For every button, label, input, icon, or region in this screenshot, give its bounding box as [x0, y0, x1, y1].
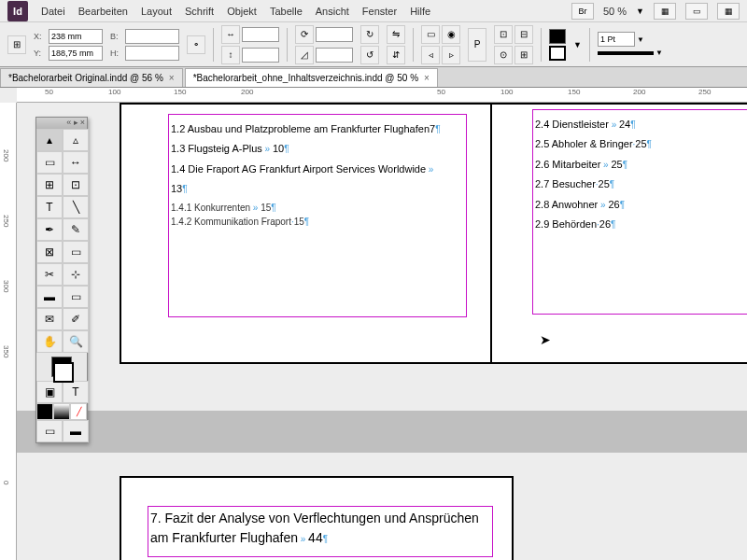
formatting-text-icon[interactable]: T	[63, 381, 89, 403]
text-frame-right[interactable]: 2.4 Dienstleister » 24¶ 2.5 Abholer & Br…	[532, 109, 747, 315]
select-next-icon[interactable]: ▹	[442, 46, 460, 64]
scale-y-input[interactable]	[242, 48, 279, 63]
menu-schrift[interactable]: Schrift	[185, 6, 214, 17]
close-icon[interactable]: ×	[80, 118, 85, 129]
vertical-ruler: 200 250 300 350 0	[0, 103, 17, 560]
scissors-tool-icon[interactable]: ✂	[36, 263, 63, 286]
select-container-icon[interactable]: ▭	[421, 25, 440, 44]
preview-mode-icon[interactable]: ▬	[63, 420, 89, 442]
text-frame-left[interactable]: 1.2 Ausbau und Platzprobleme am Frankfur…	[168, 114, 467, 317]
content-tool-icon[interactable]: ⊞	[36, 174, 63, 196]
selection-tool-icon[interactable]: ▴	[36, 129, 63, 151]
x-label: X:	[34, 32, 47, 41]
menu-bearbeiten[interactable]: Bearbeiten	[78, 6, 128, 17]
select-prev-icon[interactable]: ◃	[421, 46, 440, 64]
eyedropper-tool-icon[interactable]: ✐	[63, 308, 89, 330]
close-icon[interactable]: ×	[169, 73, 175, 83]
document-canvas[interactable]: 1.2 Ausbau und Platzprobleme am Frankfur…	[17, 103, 747, 560]
page-spread-2[interactable]: 7. Fazit der Analyse von Verflechtungen …	[120, 476, 514, 560]
document-tab-2[interactable]: *Bachelorarbeit_ohne_Inhaltsverzeichnis.…	[185, 68, 438, 87]
flip-v-icon[interactable]: ⇵	[387, 46, 405, 64]
pencil-tool-icon[interactable]: ✎	[63, 218, 89, 241]
line-tool-icon[interactable]: ╲	[63, 196, 89, 218]
stroke-weight-input[interactable]	[598, 32, 635, 47]
constrain-icon[interactable]: ⚬	[187, 35, 205, 54]
scale-x-input[interactable]	[242, 27, 279, 42]
select-content-icon[interactable]: ◉	[442, 25, 460, 44]
menu-bar: Id Datei Bearbeiten Layout Schrift Objek…	[0, 0, 747, 22]
y-input[interactable]	[49, 46, 103, 61]
zoom-level[interactable]: 50 %	[603, 6, 627, 17]
close-icon[interactable]: ×	[424, 73, 430, 83]
menu-datei[interactable]: Datei	[41, 6, 65, 17]
fill-stroke-proxy[interactable]	[36, 353, 87, 381]
tool-panel[interactable]: « ▸ × ▴ ▵ ▭ ↔ ⊞ ⊡ T ╲ ✒ ✎ ⊠ ▭ ✂ ⊹ ▬ ▭ ✉ …	[35, 117, 88, 443]
hand-tool-icon[interactable]: ✋	[36, 330, 63, 353]
menu-layout[interactable]: Layout	[141, 6, 172, 17]
formatting-container-icon[interactable]: ▣	[36, 381, 63, 403]
document-tab-1[interactable]: *Bachelorarbeit Original.indd @ 56 % ×	[0, 68, 183, 87]
text-tool-icon[interactable]: P	[468, 28, 486, 62]
rectangle-frame-tool-icon[interactable]: ⊠	[36, 241, 63, 263]
fit-content-icon[interactable]: ⊡	[494, 25, 513, 44]
control-bar: ⊞ X: Y: B: H: ⚬ ↔ ↕ ⟳ ◿ ↻ ↺ ⇋ ⇵	[0, 22, 747, 67]
scale-x-icon[interactable]: ↔	[221, 25, 240, 44]
menu-hilfe[interactable]: Hilfe	[410, 6, 430, 17]
gap-tool-icon[interactable]: ↔	[63, 151, 89, 174]
menu-fenster[interactable]: Fenster	[362, 6, 397, 17]
content-place-icon[interactable]: ⊡	[63, 174, 89, 196]
h-input[interactable]	[125, 46, 179, 61]
apply-none-icon[interactable]: ╱	[70, 403, 87, 420]
type-tool-icon[interactable]: T	[36, 196, 63, 218]
x-input[interactable]	[49, 29, 103, 44]
tab-label: *Bachelorarbeit Original.indd @ 56 %	[8, 73, 163, 83]
page-tool-icon[interactable]: ▭	[36, 151, 63, 174]
normal-view-icon[interactable]: ▭	[36, 420, 63, 442]
stroke-color-icon[interactable]	[53, 362, 74, 383]
gradient-swatch-tool-icon[interactable]: ▬	[36, 286, 63, 308]
rotate-90-ccw-icon[interactable]: ↺	[360, 46, 379, 64]
shear-icon[interactable]: ◿	[295, 46, 314, 64]
bridge-button[interactable]: Br	[571, 3, 594, 20]
free-transform-tool-icon[interactable]: ⊹	[63, 263, 89, 286]
stroke-style[interactable]	[598, 51, 654, 55]
panel-header[interactable]: « ▸ ×	[36, 118, 87, 129]
stroke-swatch[interactable]	[549, 46, 566, 61]
flip-h-icon[interactable]: ⇋	[387, 25, 405, 44]
document-tab-bar: *Bachelorarbeit Original.indd @ 56 % × *…	[0, 67, 747, 88]
w-input[interactable]	[125, 29, 179, 44]
w-label: B:	[110, 32, 123, 41]
rectangle-tool-icon[interactable]: ▭	[63, 241, 89, 263]
note-tool-icon[interactable]: ✉	[36, 308, 63, 330]
pasteboard-gap	[17, 411, 747, 453]
page-spread-1[interactable]: 1.2 Ausbau und Platzprobleme am Frankfur…	[120, 103, 747, 364]
text-frame-2[interactable]: 7. Fazit der Analyse von Verflechtungen …	[148, 506, 493, 557]
menu-objekt[interactable]: Objekt	[227, 6, 257, 17]
apply-gradient-icon[interactable]	[53, 403, 70, 420]
pen-tool-icon[interactable]: ✒	[36, 218, 63, 241]
arrange-icon[interactable]: ▦	[717, 3, 740, 20]
horizontal-ruler: 50 100 150 200 50 100 150 200 250	[17, 88, 747, 103]
fit-proportional-icon[interactable]: ⊞	[514, 46, 533, 64]
view-options-icon[interactable]: ▦	[654, 3, 676, 20]
menu-tabelle[interactable]: Tabelle	[270, 6, 303, 17]
direct-selection-tool-icon[interactable]: ▵	[63, 129, 89, 151]
screen-mode-icon[interactable]: ▭	[685, 3, 708, 20]
zoom-tool-icon[interactable]: 🔍	[63, 330, 89, 353]
rotate-input[interactable]	[316, 27, 353, 42]
tab-label: *Bachelorarbeit_ohne_Inhaltsverzeichnis.…	[193, 73, 418, 83]
rotate-90-cw-icon[interactable]: ↻	[360, 25, 379, 44]
shear-input[interactable]	[316, 48, 353, 63]
reference-point-icon[interactable]: ⊞	[7, 35, 26, 54]
center-content-icon[interactable]: ⊙	[494, 46, 513, 64]
rotate-icon[interactable]: ⟳	[295, 25, 314, 44]
fit-frame-icon[interactable]: ⊟	[514, 25, 533, 44]
fill-swatch[interactable]	[549, 29, 566, 44]
y-label: Y:	[34, 49, 47, 58]
collapse-icon[interactable]: « ▸	[66, 118, 78, 129]
app-logo: Id	[7, 1, 28, 21]
apply-color-icon[interactable]	[36, 403, 53, 420]
scale-y-icon[interactable]: ↕	[221, 46, 240, 64]
menu-ansicht[interactable]: Ansicht	[316, 6, 349, 17]
gradient-feather-tool-icon[interactable]: ▭	[63, 286, 89, 308]
